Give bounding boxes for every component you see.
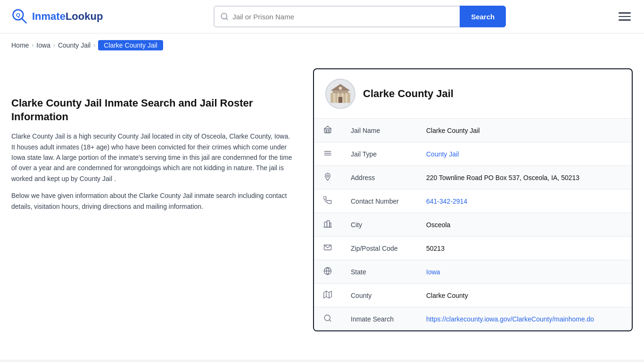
row-icon	[314, 189, 341, 213]
svg-point-22	[327, 175, 329, 177]
row-icon	[314, 213, 341, 237]
row-label: Address	[341, 166, 417, 189]
row-value: Clarke County Jail	[417, 119, 632, 142]
menu-button[interactable]	[617, 10, 633, 23]
svg-marker-29	[324, 291, 332, 298]
main-content: Clarke County Jail Inmate Search and Jai…	[0, 57, 644, 350]
breadcrumb-iowa[interactable]: Iowa	[36, 41, 50, 49]
row-value[interactable]: 641-342-2914	[417, 189, 632, 213]
row-value: Osceola	[417, 213, 632, 237]
svg-text:Q: Q	[16, 12, 20, 18]
jail-avatar	[325, 79, 355, 109]
row-label: City	[341, 213, 417, 237]
info-link[interactable]: https://clarkecounty.iowa.gov/ClarkeCoun…	[426, 315, 594, 323]
logo-link[interactable]: Q InmateLookup	[11, 8, 103, 25]
row-value[interactable]: https://clarkecounty.iowa.gov/ClarkeCoun…	[417, 307, 632, 331]
table-row: Jail Name Clarke County Jail	[314, 119, 632, 142]
row-value: 50213	[417, 237, 632, 260]
info-value: Clarke County Jail	[426, 127, 480, 134]
svg-rect-12	[339, 97, 342, 103]
breadcrumb: Home › Iowa › County Jail › Clarke Count…	[0, 33, 644, 57]
row-label: Zip/Postal Code	[341, 237, 417, 260]
svg-rect-11	[346, 93, 347, 103]
table-row: Zip/Postal Code 50213	[314, 237, 632, 260]
info-value: 50213	[426, 245, 445, 252]
row-icon	[314, 260, 341, 284]
row-icon	[314, 284, 341, 307]
svg-line-2	[22, 19, 26, 23]
row-label: Jail Type	[341, 142, 417, 166]
description-paragraph-2: Below we have given information about th…	[11, 190, 294, 212]
search-icon	[220, 12, 229, 21]
menu-bar-1	[619, 12, 631, 14]
svg-rect-8	[333, 93, 335, 103]
info-link[interactable]: County Jail	[426, 150, 459, 158]
page-title: Clarke County Jail Inmate Search and Jai…	[11, 97, 294, 123]
table-row: City Osceola	[314, 213, 632, 237]
search-area: Search	[214, 6, 506, 27]
breadcrumb-county-jail[interactable]: County Jail	[58, 41, 91, 49]
chevron-icon-3: ›	[93, 42, 95, 49]
svg-rect-14	[324, 129, 331, 133]
svg-rect-24	[327, 221, 330, 227]
info-value: 220 Townline Road PO Box 537, Osceola, I…	[426, 174, 579, 181]
card-header: Clarke County Jail	[314, 69, 632, 119]
svg-line-33	[329, 320, 330, 321]
breadcrumb-current: Clarke County Jail	[98, 40, 163, 50]
chevron-icon-1: ›	[32, 42, 33, 49]
row-label: State	[341, 260, 417, 284]
row-icon	[314, 237, 341, 260]
table-row: Contact Number 641-342-2914	[314, 189, 632, 213]
search-wrapper	[214, 6, 460, 27]
row-icon	[314, 142, 341, 166]
left-column: Clarke County Jail Inmate Search and Jai…	[11, 68, 313, 331]
logo-icon: Q	[11, 8, 28, 25]
header: Q InmateLookup Search	[0, 0, 644, 33]
svg-rect-18	[329, 131, 330, 133]
menu-bar-2	[619, 16, 631, 17]
row-label: Inmate Search	[341, 307, 417, 331]
search-button[interactable]: Search	[460, 6, 506, 27]
description-paragraph-1: Clarke County Jail is a high security Co…	[11, 131, 294, 184]
svg-rect-25	[330, 223, 331, 227]
info-link[interactable]: 641-342-2914	[426, 197, 467, 205]
table-row: County Clarke County	[314, 284, 632, 307]
footer-bar	[0, 360, 644, 362]
row-icon	[314, 307, 341, 331]
table-row: Inmate Search https://clarkecounty.iowa.…	[314, 307, 632, 331]
row-icon	[314, 119, 341, 142]
table-row: State Iowa	[314, 260, 632, 284]
card-title: Clarke County Jail	[363, 88, 454, 100]
svg-rect-23	[324, 222, 327, 227]
breadcrumb-home[interactable]: Home	[11, 41, 29, 49]
row-label: Contact Number	[341, 189, 417, 213]
row-value[interactable]: County Jail	[417, 142, 632, 166]
row-label: County	[341, 284, 417, 307]
row-value: 220 Townline Road PO Box 537, Osceola, I…	[417, 166, 632, 189]
info-link[interactable]: Iowa	[426, 268, 440, 276]
logo-part1: Inmate	[32, 10, 66, 22]
row-icon	[314, 166, 341, 189]
table-row: Jail Type County Jail	[314, 142, 632, 166]
info-card: Clarke County Jail Jail Name Clarke Coun…	[313, 68, 633, 331]
svg-point-13	[339, 87, 342, 90]
menu-bar-3	[619, 19, 631, 21]
row-value: Clarke County	[417, 284, 632, 307]
right-column: Clarke County Jail Jail Name Clarke Coun…	[313, 68, 633, 331]
row-value[interactable]: Iowa	[417, 260, 632, 284]
info-value: Osceola	[426, 221, 450, 229]
info-table: Jail Name Clarke County Jail Jail Type C…	[314, 119, 632, 330]
search-input[interactable]	[232, 13, 454, 21]
svg-line-4	[226, 18, 228, 19]
logo-text: InmateLookup	[32, 10, 103, 23]
info-value: Clarke County	[426, 292, 468, 299]
svg-rect-17	[326, 131, 327, 133]
courthouse-image	[329, 82, 352, 106]
chevron-icon-2: ›	[53, 42, 55, 49]
table-row: Address 220 Townline Road PO Box 537, Os…	[314, 166, 632, 189]
row-label: Jail Name	[341, 119, 417, 142]
logo-part2: Lookup	[66, 10, 103, 22]
